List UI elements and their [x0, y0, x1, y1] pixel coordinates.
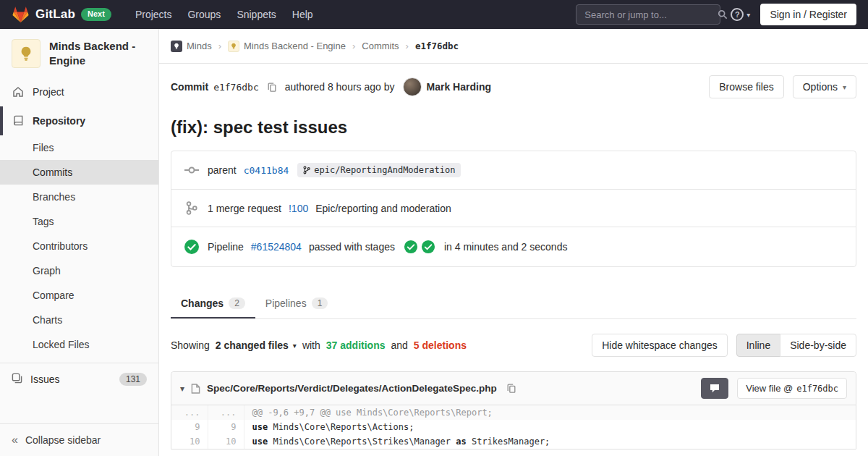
- sidebar-item-graph[interactable]: Graph: [0, 258, 158, 283]
- double-chevron-left-icon: «: [12, 434, 18, 446]
- gitlab-wordmark: GitLab: [35, 7, 75, 22]
- breadcrumb-current-sha: e1f76dbc: [415, 41, 459, 51]
- browse-files-button[interactable]: Browse files: [709, 75, 783, 98]
- commit-sha: e1f76dbc: [213, 82, 259, 93]
- new-line-number[interactable]: 9: [208, 420, 244, 434]
- changed-files-dropdown[interactable]: 2 changed files ▾: [216, 339, 297, 351]
- sign-in-button[interactable]: Sign in / Register: [760, 4, 856, 25]
- sidebar-item-charts[interactable]: Charts: [0, 308, 158, 332]
- pipeline-id-link[interactable]: #61524804: [251, 241, 302, 253]
- diff-view-toggle: Inline Side-by-side: [736, 334, 856, 357]
- view-file-button[interactable]: View file @ e1f76dbc: [737, 378, 847, 399]
- additions-count: 37 additions: [326, 339, 386, 351]
- diff-hunk-row: ... ... @@ -9,6 +9,7 @@ use Minds\Core\R…: [171, 405, 856, 420]
- mr-id-link[interactable]: !100: [289, 203, 308, 214]
- toggle-comments-button[interactable]: [701, 378, 728, 399]
- tab-label: Changes: [181, 297, 224, 309]
- old-line-number[interactable]: 9: [171, 420, 208, 434]
- nav-groups[interactable]: Groups: [179, 3, 229, 26]
- options-dropdown-button[interactable]: Options ▾: [793, 75, 856, 98]
- breadcrumb-separator: ›: [352, 41, 355, 51]
- sidebar-item-label: Issues: [30, 373, 59, 385]
- diff-line-row: 9 9 use Minds\Core\Reports\Actions;: [171, 420, 856, 434]
- hide-whitespace-button[interactable]: Hide whitespace changes: [592, 334, 728, 357]
- tab-changes[interactable]: Changes 2: [171, 289, 255, 318]
- nav-help[interactable]: Help: [284, 3, 321, 26]
- collapse-sidebar-button[interactable]: « Collapse sidebar: [0, 423, 158, 456]
- top-navbar: GitLab Next Projects Groups Snippets Hel…: [0, 0, 868, 29]
- side-by-side-view-button[interactable]: Side-by-side: [780, 334, 856, 357]
- home-icon: [12, 86, 25, 98]
- tab-label: Pipelines: [265, 297, 307, 309]
- and-label: and: [391, 339, 407, 351]
- hunk-header-code: @@ -9,6 +9,7 @@ use Minds\Core\Reports\R…: [244, 405, 856, 420]
- project-mini-avatar: [228, 41, 239, 52]
- breadcrumb-label: Minds: [187, 41, 212, 51]
- search-input[interactable]: [583, 9, 713, 21]
- page-layout: Minds Backend - Engine Project Repositor…: [0, 29, 868, 456]
- sidebar-item-commits[interactable]: Commits: [0, 160, 158, 185]
- breadcrumb-label: Commits: [362, 41, 399, 51]
- file-collapse-caret-icon[interactable]: ▾: [180, 384, 184, 394]
- pipeline-duration: in 4 minutes and 2 seconds: [444, 241, 567, 253]
- breadcrumb-project[interactable]: Minds Backend - Engine: [228, 41, 346, 52]
- copy-icon: [267, 82, 277, 93]
- with-label: with: [302, 339, 320, 351]
- new-line-number[interactable]: 10: [208, 434, 244, 449]
- stage-check-icon[interactable]: [404, 240, 418, 254]
- commit-icon: [183, 165, 200, 175]
- sidebar-item-compare[interactable]: Compare: [0, 283, 158, 308]
- diff-toolbar: Showing 2 changed files ▾ with 37 additi…: [171, 334, 856, 357]
- main-content: Minds › Minds Backend - Engine › Commits…: [159, 29, 868, 456]
- sidebar-item-project[interactable]: Project: [0, 77, 158, 106]
- inline-view-button[interactable]: Inline: [736, 334, 780, 357]
- ref-badge[interactable]: epic/ReportingAndModeration: [297, 163, 461, 177]
- sidebar-item-locked-files[interactable]: Locked Files: [0, 332, 158, 357]
- sidebar-item-branches[interactable]: Branches: [0, 185, 158, 209]
- search-box[interactable]: [576, 4, 720, 25]
- authored-text: authored 8 hours ago by: [285, 81, 395, 93]
- sidebar-item-tags[interactable]: Tags: [0, 209, 158, 234]
- copy-icon: [506, 383, 516, 394]
- sidebar-item-contributors[interactable]: Contributors: [0, 234, 158, 258]
- branch-icon: [303, 166, 310, 174]
- breadcrumb-separator: ›: [218, 41, 221, 51]
- author-avatar[interactable]: [403, 77, 422, 96]
- commit-meta-left: Commit e1f76dbc authored 8 hours ago by …: [171, 77, 491, 96]
- help-dropdown[interactable]: ? ▾: [731, 8, 750, 21]
- new-line-number: ...: [208, 405, 244, 420]
- project-avatar: [12, 39, 41, 68]
- sidebar-project-header[interactable]: Minds Backend - Engine: [0, 29, 158, 77]
- parent-sha-link[interactable]: c0411b84: [244, 165, 289, 176]
- copy-file-path-button[interactable]: [506, 383, 516, 394]
- parent-label: parent: [208, 164, 237, 176]
- gitlab-logo-link[interactable]: GitLab Next: [12, 6, 111, 23]
- commit-parent-box: parent c0411b84 epic/ReportingAndModerat…: [171, 151, 856, 190]
- diff-line-row: 10 10 use Minds\Core\Reports\Strikes\Man…: [171, 434, 856, 449]
- next-badge: Next: [81, 8, 111, 20]
- copy-sha-button[interactable]: [267, 82, 277, 93]
- sidebar-item-issues[interactable]: Issues 131: [0, 363, 158, 395]
- breadcrumb: Minds › Minds Backend - Engine › Commits…: [159, 29, 868, 64]
- stage-check-icon[interactable]: [421, 240, 435, 254]
- question-icon: ?: [731, 8, 744, 21]
- mr-title: Epic/reporting and moderation: [315, 203, 451, 214]
- old-line-number[interactable]: 10: [171, 434, 208, 449]
- nav-snippets[interactable]: Snippets: [229, 3, 284, 26]
- issues-icon: [12, 373, 22, 386]
- group-avatar: [171, 41, 182, 52]
- author-name-link[interactable]: Mark Harding: [427, 81, 491, 93]
- lightbulb-icon: [18, 46, 34, 62]
- commit-meta-row: Commit e1f76dbc authored 8 hours ago by …: [171, 75, 856, 98]
- chevron-down-icon: ▾: [746, 11, 750, 19]
- tab-pipelines[interactable]: Pipelines 1: [255, 289, 339, 318]
- breadcrumb-group[interactable]: Minds: [171, 41, 212, 52]
- sidebar-item-files[interactable]: Files: [0, 135, 158, 160]
- nav-projects[interactable]: Projects: [127, 3, 180, 26]
- tanuki-icon: [12, 6, 30, 23]
- sidebar-item-repository[interactable]: Repository: [0, 106, 158, 135]
- showing-label: Showing: [171, 339, 210, 351]
- pipeline-stages: [404, 240, 435, 254]
- mr-count-text: 1 merge request: [208, 203, 281, 214]
- breadcrumb-commits[interactable]: Commits: [362, 41, 399, 51]
